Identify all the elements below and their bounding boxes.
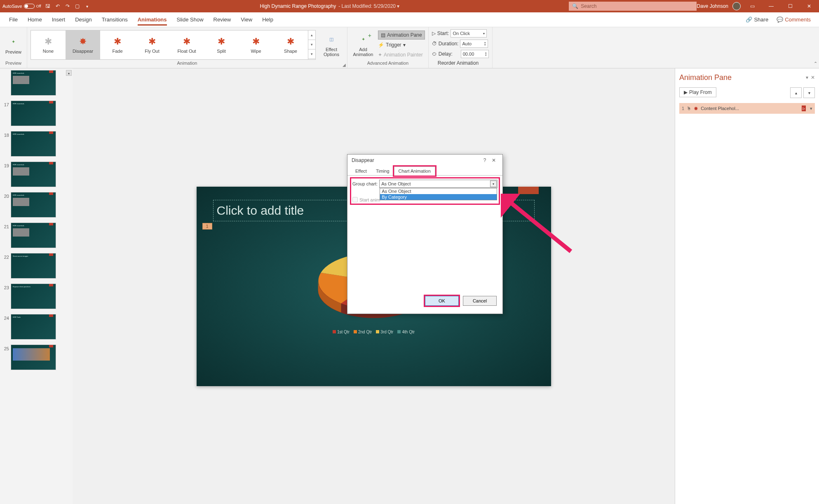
thumb-22[interactable]: 22Great source images [0,253,65,279]
duration-row: ⏱ Duration: Auto▴▾ [432,39,489,48]
gallery-up-icon[interactable]: ▴ [308,30,315,40]
thumb-scrollbar[interactable]: ▴ [65,68,73,504]
gallery-more-icon[interactable]: ▾ [308,49,315,59]
group-chart-dropdown: As One Object By Category [380,188,497,200]
effect-icon: ✸ [694,105,698,112]
delay-field[interactable]: 00.00▴▾ [461,50,489,58]
effect-options-button[interactable]: ◫ Effect Options [319,31,344,59]
tab-review[interactable]: Review [209,12,236,27]
tab-file[interactable]: File [4,12,23,27]
redo-icon[interactable]: ↷ [64,3,71,9]
pane-options-icon[interactable]: ▾ [806,75,808,80]
thumb-21[interactable]: 21HDR essentials [0,223,65,248]
item-dropdown-icon[interactable]: ▾ [810,106,812,111]
thumb-25[interactable]: 25 [0,345,65,370]
present-icon[interactable]: ▢ [74,3,81,9]
effect-options-icon: ◫ [325,33,338,46]
move-up-icon[interactable]: ▴ [790,87,802,98]
chart-legend: 1st Qtr 2nd Qtr 3rd Qtr 4th Qtr [213,330,535,334]
animation-gallery: ✱None ✸Disappear ✱Fade ✱Fly Out ✱Float O… [31,30,316,60]
thumb-16[interactable]: HDR essentials [0,70,65,96]
mouse-icon: 🖱 [687,106,691,111]
thumb-24[interactable]: 24HDR Tools [0,314,65,340]
delay-row: ⏲ Delay: 00.00▴▾ [432,49,489,59]
autosave-toggle[interactable]: AutoSave Off [2,4,41,9]
animation-dialog-launcher-icon[interactable]: ◢ [343,63,346,67]
tab-animations[interactable]: Animations [133,12,172,27]
add-animation-icon: ✦+ [357,33,370,46]
anim-shape[interactable]: ✱Shape [273,30,308,59]
tab-help[interactable]: Help [257,12,278,27]
anim-fade[interactable]: ✱Fade [100,30,135,59]
move-down-icon[interactable]: ▾ [803,87,815,98]
qat-more-icon[interactable]: ▾ [84,3,91,9]
option-by-category[interactable]: By Category [380,194,497,200]
group-chart-combo[interactable]: As One Object ▾ As One Object By Categor… [379,180,498,188]
start-field[interactable]: On Click▾ [451,29,487,38]
preview-button[interactable]: ✦ Preview [3,34,23,56]
thumb-17[interactable]: 17HDR essentials [0,101,65,126]
tab-view[interactable]: View [236,12,257,27]
ribbon-mode-icon[interactable]: ▭ [745,0,760,12]
anim-wipe[interactable]: ✱Wipe [239,30,273,59]
title-bar: AutoSave Off 🖫 ↶ ↷ ▢ ▾ High Dynamic Rang… [0,0,819,12]
comments-button[interactable]: 💬 Comments [772,16,815,23]
anim-none[interactable]: ✱None [31,30,66,59]
ok-button[interactable]: OK [425,296,459,306]
start-animation-label: Start anim [359,197,380,202]
dialog-help-icon[interactable]: ? [480,157,489,163]
dialog-close-icon[interactable]: ✕ [489,157,498,163]
search-icon: 🔍 [572,3,578,9]
share-button[interactable]: 🔗 Share [742,16,772,23]
maximize-icon[interactable]: ☐ [783,0,798,12]
slide-thumbnails[interactable]: HDR essentials 17HDR essentials 18HDR es… [0,68,65,504]
tab-insert[interactable]: Insert [47,12,70,27]
undo-icon[interactable]: ↶ [54,3,61,9]
gallery-down-icon[interactable]: ▾ [308,40,315,49]
minimize-icon[interactable]: — [764,0,779,12]
tab-design[interactable]: Design [70,12,96,27]
anim-split[interactable]: ✱Split [204,30,239,59]
close-icon[interactable]: ✕ [802,0,817,12]
tab-home[interactable]: Home [23,12,47,27]
avatar[interactable] [732,2,741,10]
anim-flyout[interactable]: ✱Fly Out [135,30,169,59]
effect-dialog: Disappear ? ✕ Effect Timing Chart Animat… [347,154,503,314]
thumb-23[interactable]: 23Exposure best practices [0,284,65,309]
dialog-tab-chart-animation[interactable]: Chart Animation [394,166,435,176]
animation-pane: Animation Pane ▾ ✕ ▶ Play From ▴ ▾ 1 🖱 ✸… [675,68,819,504]
cancel-button[interactable]: Cancel [463,296,497,306]
last-modified: - Last Modified: 5/29/2020 ▾ [338,3,399,9]
add-animation-button[interactable]: ✦+ Add Animation [351,31,375,59]
collapse-ribbon-icon[interactable]: ⌃ [814,61,817,66]
document-title: High Dynamic Range Photography [260,3,336,9]
dialog-title: Disappear [352,157,374,163]
reorder-label: Reorder Animation [438,59,489,68]
dialog-tab-effect[interactable]: Effect [351,166,371,176]
dialog-titlebar[interactable]: Disappear ? ✕ [347,155,502,166]
tab-transitions[interactable]: Transitions [97,12,133,27]
thumb-19[interactable]: 19HDR essentials [0,162,65,187]
animation-item[interactable]: 1 🖱 ✸ Content Placehol... ▷ ▾ [679,103,815,114]
tab-slideshow[interactable]: Slide Show [172,12,209,27]
pane-close-icon[interactable]: ✕ [811,75,815,80]
thumb-20[interactable]: 20HDR essentials [0,192,65,218]
anim-disappear[interactable]: ✸Disappear [66,30,100,59]
ribbon-tabs: File Home Insert Design Transitions Anim… [0,12,819,27]
play-from-button[interactable]: ▶ Play From [679,87,716,97]
option-as-one-object[interactable]: As One Object [380,188,497,194]
duration-field[interactable]: Auto▴▾ [460,40,488,48]
preview-icon: ✦ [7,35,20,49]
animation-pane-title: Animation Pane [679,73,732,82]
dialog-tab-timing[interactable]: Timing [371,166,394,176]
save-icon[interactable]: 🖫 [45,3,51,9]
search-box[interactable]: 🔍 Search [569,2,697,11]
thumb-18[interactable]: 18HDR essentials [0,131,65,157]
combo-arrow-icon[interactable]: ▾ [490,181,497,187]
animation-painter-button[interactable]: ✦ Animation Painter [378,50,425,59]
group-chart-label: Group chart: [352,181,378,186]
animation-pane-button[interactable]: ▤ Animation Pane [378,30,425,40]
user-name[interactable]: Dave Johnson [697,3,728,9]
anim-floatout[interactable]: ✱Float Out [169,30,204,59]
trigger-button[interactable]: ⚡ Trigger ▾ [378,40,425,49]
